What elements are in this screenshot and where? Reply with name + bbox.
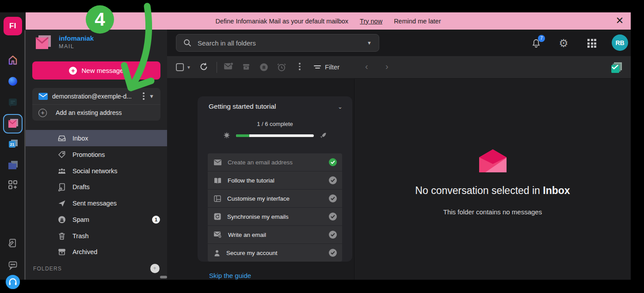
kchat-icon[interactable] [3,93,23,112]
task-synchronise-emails[interactable]: Synchronise my emails [208,208,342,225]
remind-me-later-link[interactable]: Remind me later [394,18,441,25]
task-label: Create an email address [228,159,323,166]
search-input[interactable] [198,39,361,47]
check-done-icon [329,158,337,166]
folders-section-header: FOLDERS + [33,264,160,273]
banner-message: Define Infomaniak Mail as your default m… [215,18,348,25]
tutorial-progress-fill [236,134,249,137]
search-icon [183,39,191,47]
message-list-pane: Getting started tutorial ⌄ 1 / 6 complet… [167,79,354,280]
add-apps-icon[interactable] [3,175,23,194]
reading-pane: No conversation selected in Inbox This f… [354,79,631,280]
filter-label: Filter [325,63,339,71]
task-label: Customise my interface [227,195,323,202]
spam-count-badge: 1 [152,216,160,224]
sidebar-item-promotions[interactable]: Promotions [26,146,167,163]
task-label: Synchronise my emails [227,213,323,220]
snooze-action-icon [277,62,286,72]
account-chevron-down-icon[interactable]: ▼ [149,93,154,99]
task-label: Secure my account [226,250,323,256]
kdrive-icon[interactable] [3,72,23,91]
default-mailbox-banner: Define Infomaniak Mail as your default m… [26,12,631,30]
empty-state-title: No conversation selected in Inbox [415,185,570,197]
folder-label: Sent messages [72,200,117,207]
sidebar-item-social-networks[interactable]: Social networks [26,163,167,179]
skip-guide-link[interactable]: Skip the guide [209,272,251,279]
sidebar-scrollbar-thumb[interactable] [160,276,167,278]
rocket-icon [319,132,327,140]
try-now-link[interactable]: Try now [360,18,382,25]
task-customise-interface[interactable]: Customise my interface [208,190,342,207]
infomaniak-logo[interactable]: FI [4,17,22,35]
account-email: demonstration@exemple-d... [52,93,138,100]
notifications-button[interactable]: 7 [530,38,542,49]
spam-action-icon [259,62,269,72]
main-header: ▼ 7 ⚙ RB [167,30,631,56]
infomaniak-mail-logo-icon [33,34,53,52]
account-menu-icon[interactable] [143,92,145,100]
more-actions-icon[interactable] [299,63,301,70]
tutorial-checklist-icon[interactable] [610,61,624,75]
task-secure-account[interactable]: Secure my account [208,244,342,262]
filter-button[interactable]: Filter [314,63,339,71]
new-message-button[interactable]: + New message [32,61,160,80]
person-icon [214,250,220,256]
banner-close-icon[interactable]: ✕ [615,16,625,26]
sidebar-item-archived[interactable]: Archived [26,244,167,260]
select-dropdown-icon[interactable]: ▼ [187,65,191,70]
folder-label: Archived [72,248,97,255]
empty-title-prefix: No conversation selected in [415,185,543,196]
sidebar-item-spam[interactable]: Spam 1 [26,211,167,228]
next-conversation-icon: › [385,61,389,72]
notification-count-badge: 7 [538,35,545,42]
mail-icon[interactable] [3,114,23,133]
sidebar-item-trash[interactable]: Trash [26,228,167,244]
sidebar-item-drafts[interactable]: Drafts [26,179,167,195]
search-scope-chevron-icon[interactable]: ▼ [367,40,372,46]
apps-grid-icon[interactable] [586,38,598,49]
mail-sidebar: infomaniak MAIL + New message demonstrat… [26,30,167,280]
archive-action-icon [241,62,251,71]
refresh-icon[interactable] [199,62,209,72]
task-write-email[interactable]: Write an email [208,226,342,244]
check-pending-icon [329,194,337,202]
inbox-icon [57,134,66,143]
user-avatar[interactable]: RB [612,34,628,51]
feedback-icon[interactable] [3,233,23,253]
settings-gear-icon[interactable]: ⚙ [558,38,569,49]
brand-name: infomaniak [59,34,94,42]
task-label: Write an email [228,232,323,238]
support-icon[interactable] [3,272,23,292]
tutorial-collapse-chevron-icon[interactable]: ⌄ [338,103,343,110]
filter-icon [314,65,321,69]
home-icon[interactable] [3,50,23,70]
folder-label: Inbox [72,135,88,142]
task-follow-tutorial[interactable]: Follow the tutorial [208,171,342,189]
new-message-label: New message [81,67,123,74]
tag-icon [57,150,66,159]
previous-conversation-icon: ‹ [365,61,368,72]
annotation-step-badge: 4 [86,5,114,34]
sidebar-item-sent[interactable]: Sent messages [26,195,167,211]
add-address-text: Add an existing address [56,109,122,116]
brand-block[interactable]: infomaniak MAIL [33,34,94,52]
envelope-icon [38,93,48,100]
mail-toolbar: ▼ Filter ‹ › [167,56,631,79]
calendar-day-number: 21 [10,142,14,147]
sidebar-item-inbox[interactable]: Inbox [26,130,167,146]
account-email-row[interactable]: demonstration@exemple-d... ▼ [32,88,160,104]
open-envelope-graphic [479,149,507,172]
layout-icon [214,195,221,202]
folder-label: Drafts [72,183,90,190]
task-create-email-address[interactable]: Create an email address [208,153,342,171]
contacts-icon[interactable] [3,156,23,175]
search-bar[interactable]: ▼ [176,34,379,52]
add-address-row[interactable]: + Add an existing address [32,104,160,121]
calendar-icon[interactable]: 21 [3,134,23,154]
people-icon [57,167,66,175]
select-all-checkbox[interactable] [176,63,184,71]
add-folder-button[interactable]: + [150,264,160,273]
archive-icon [57,247,66,256]
account-selector: demonstration@exemple-d... ▼ + Add an ex… [32,88,160,121]
folders-header-label: FOLDERS [33,266,62,272]
